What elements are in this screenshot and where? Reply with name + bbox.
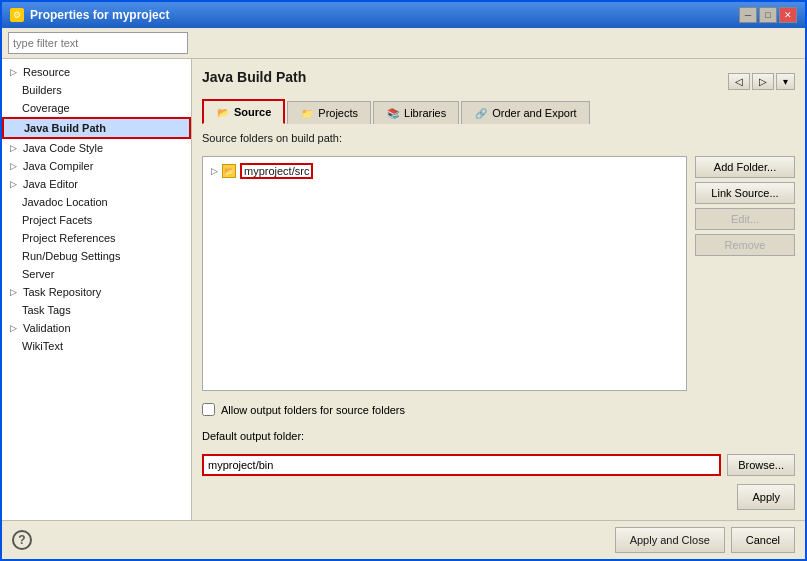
item-expand-arrow: ▷ [211,166,218,176]
sidebar-item-label: Resource [23,66,70,78]
output-folder-row: Browse... [202,454,795,476]
tab-source-label: Source [234,106,271,118]
filter-bar [2,28,805,59]
bottom-right: Apply and Close Cancel [615,527,795,553]
source-item-name: myproject/src [240,163,313,179]
add-folder-button[interactable]: Add Folder... [695,156,795,178]
main-content: ▷ Resource Builders Coverage Java Build … [2,59,805,520]
filter-input[interactable] [8,32,188,54]
tab-projects[interactable]: 📁 Projects [287,101,371,124]
sidebar-item-label: Java Editor [23,178,78,190]
sidebar-item-label: Java Build Path [24,122,106,134]
source-tab-icon: 📂 [216,105,230,119]
sidebar-item-label: Server [22,268,54,280]
libraries-tab-icon: 📚 [386,106,400,120]
browse-button[interactable]: Browse... [727,454,795,476]
title-bar: ⚙ Properties for myproject ─ □ ✕ [2,2,805,28]
edit-button[interactable]: Edit... [695,208,795,230]
help-icon[interactable]: ? [12,530,32,550]
sidebar-item-label: Java Compiler [23,160,93,172]
sidebar-item-builders[interactable]: Builders [2,81,191,99]
window-icon: ⚙ [10,8,24,22]
allow-output-label: Allow output folders for source folders [221,404,405,416]
sidebar-item-label: Run/Debug Settings [22,250,120,262]
list-item[interactable]: ▷ 📂 myproject/src [207,161,682,181]
expand-arrow: ▷ [10,143,17,153]
sidebar-item-wikitext[interactable]: WikiText [2,337,191,355]
nav-back-button[interactable]: ◁ [728,73,750,90]
tab-projects-label: Projects [318,107,358,119]
close-button[interactable]: ✕ [779,7,797,23]
title-buttons: ─ □ ✕ [739,7,797,23]
nav-arrows: ◁ ▷ ▾ [728,73,795,90]
sidebar-item-label: Project References [22,232,116,244]
sidebar-item-project-facets[interactable]: Project Facets [2,211,191,229]
allow-output-checkbox[interactable] [202,403,215,416]
sidebar-item-javadoc-location[interactable]: Javadoc Location [2,193,191,211]
tab-libraries-label: Libraries [404,107,446,119]
panel-top-row: Java Build Path ◁ ▷ ▾ [202,69,795,93]
order-export-tab-icon: 🔗 [474,106,488,120]
properties-dialog: ⚙ Properties for myproject ─ □ ✕ ▷ Resou… [0,0,807,561]
sidebar-item-task-repository[interactable]: ▷ Task Repository [2,283,191,301]
sidebar-item-java-compiler[interactable]: ▷ Java Compiler [2,157,191,175]
sidebar-item-task-tags[interactable]: Task Tags [2,301,191,319]
tab-libraries[interactable]: 📚 Libraries [373,101,459,124]
projects-tab-icon: 📁 [300,106,314,120]
sidebar-item-label: Task Repository [23,286,101,298]
sidebar-item-label: Builders [22,84,62,96]
sidebar-item-java-build-path[interactable]: Java Build Path [2,117,191,139]
buttons-col: Add Folder... Link Source... Edit... Rem… [695,156,795,391]
cancel-button[interactable]: Cancel [731,527,795,553]
sidebar-item-java-editor[interactable]: ▷ Java Editor [2,175,191,193]
tab-order-export[interactable]: 🔗 Order and Export [461,101,589,124]
nav-down-button[interactable]: ▾ [776,73,795,90]
tab-order-export-label: Order and Export [492,107,576,119]
output-folder-input[interactable] [202,454,721,476]
maximize-button[interactable]: □ [759,7,777,23]
sidebar-item-label: Task Tags [22,304,71,316]
allow-output-row: Allow output folders for source folders [202,403,795,416]
panel-title: Java Build Path [202,69,306,85]
title-bar-left: ⚙ Properties for myproject [10,8,169,22]
link-source-button[interactable]: Link Source... [695,182,795,204]
source-list-row: ▷ 📂 myproject/src Add Folder... Link Sou… [202,156,795,391]
tabs-row: 📂 Source 📁 Projects 📚 Libraries 🔗 Order … [202,99,795,124]
apply-close-button[interactable]: Apply and Close [615,527,725,553]
expand-arrow: ▷ [10,179,17,189]
sidebar-item-label: Validation [23,322,71,334]
source-folders-label: Source folders on build path: [202,132,795,144]
right-panel: Java Build Path ◁ ▷ ▾ 📂 Source 📁 Project… [192,59,805,520]
apply-button[interactable]: Apply [737,484,795,510]
sidebar-item-java-code-style[interactable]: ▷ Java Code Style [2,139,191,157]
sidebar-item-server[interactable]: Server [2,265,191,283]
sidebar-item-run-debug-settings[interactable]: Run/Debug Settings [2,247,191,265]
expand-arrow: ▷ [10,67,17,77]
apply-row: Apply [202,484,795,510]
nav-forward-button[interactable]: ▷ [752,73,774,90]
bottom-left: ? [12,530,32,550]
bottom-bar: ? Apply and Close Cancel [2,520,805,559]
sidebar-item-label: Javadoc Location [22,196,108,208]
sidebar-item-validation[interactable]: ▷ Validation [2,319,191,337]
source-list: ▷ 📂 myproject/src [202,156,687,391]
expand-arrow: ▷ [10,287,17,297]
sidebar-item-label: Coverage [22,102,70,114]
remove-button[interactable]: Remove [695,234,795,256]
window-title: Properties for myproject [30,8,169,22]
sidebar-item-label: WikiText [22,340,63,352]
content-area: Source folders on build path: ▷ 📂 myproj… [202,132,795,476]
sidebar-item-label: Project Facets [22,214,92,226]
sidebar-item-resource[interactable]: ▷ Resource [2,63,191,81]
sidebar-item-coverage[interactable]: Coverage [2,99,191,117]
sidebar-item-project-references[interactable]: Project References [2,229,191,247]
expand-arrow: ▷ [10,323,17,333]
default-output-label: Default output folder: [202,430,795,442]
tab-source[interactable]: 📂 Source [202,99,285,124]
folder-icon: 📂 [222,164,236,178]
expand-arrow: ▷ [10,161,17,171]
sidebar: ▷ Resource Builders Coverage Java Build … [2,59,192,520]
sidebar-item-label: Java Code Style [23,142,103,154]
minimize-button[interactable]: ─ [739,7,757,23]
